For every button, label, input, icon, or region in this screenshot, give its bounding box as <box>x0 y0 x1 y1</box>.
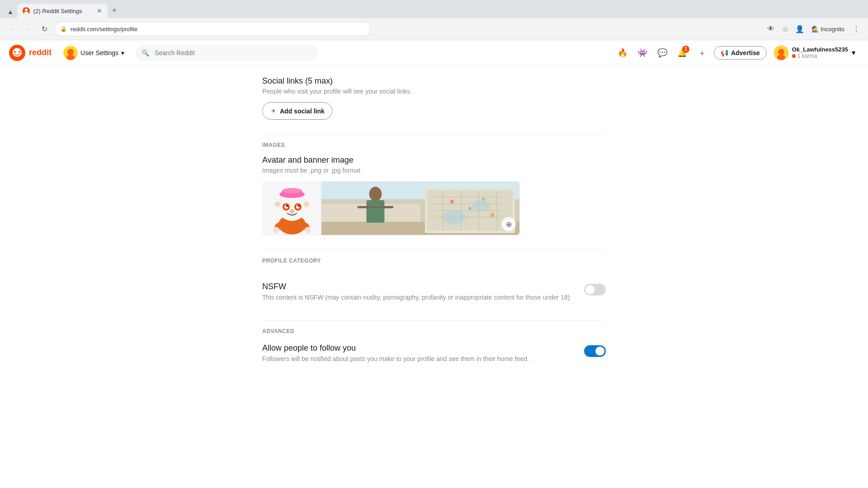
svg-point-6 <box>19 51 20 53</box>
new-tab-button[interactable]: + <box>108 3 122 18</box>
incognito-label: Incognito <box>821 26 844 33</box>
svg-point-20 <box>282 188 302 193</box>
svg-point-54 <box>469 207 472 210</box>
banner-add-button[interactable]: ⊕ <box>501 217 516 231</box>
user-info[interactable]: Ok_Lawfulness5235 1 karma ▾ <box>770 44 859 62</box>
forward-button[interactable]: → <box>22 23 34 35</box>
add-social-link-button[interactable]: ＋ Add social link <box>262 102 332 120</box>
add-post-button[interactable]: ＋ <box>694 45 710 61</box>
avatar-banner-title: Avatar and banner image <box>262 155 606 165</box>
svg-point-11 <box>66 55 75 60</box>
user-avatar <box>774 46 788 60</box>
search-bar: 🔍 <box>136 45 317 61</box>
allow-follow-desc: Followers will be notified about posts y… <box>262 355 573 364</box>
svg-point-14 <box>777 55 785 60</box>
user-settings-dropdown[interactable]: User Settings ▾ <box>59 43 129 63</box>
user-settings-chevron: ▾ <box>121 49 124 56</box>
tab-title: (2) Reddit Settings <box>33 8 93 14</box>
chat-icon: 💬 <box>657 48 667 58</box>
svg-point-25 <box>286 205 288 207</box>
address-bar[interactable]: 🔒 reddit.com/settings/profile <box>54 22 371 36</box>
images-section-label: IMAGES <box>262 142 606 148</box>
notification-badge: 2 <box>682 46 689 53</box>
advanced-label: ADVANCED <box>262 328 606 334</box>
chat-icon-button[interactable]: 💬 <box>654 45 670 61</box>
svg-point-30 <box>275 202 280 207</box>
url-text: reddit.com/settings/profile <box>71 26 365 33</box>
advertise-button[interactable]: 📢 Advertise <box>714 46 767 60</box>
incognito-icon: 🕵 <box>811 26 819 33</box>
reload-button[interactable]: ↻ <box>38 23 51 35</box>
user-settings-avatar <box>63 46 78 60</box>
karma-dot <box>792 54 796 58</box>
tab-close-button[interactable]: ✕ <box>97 7 102 14</box>
svg-point-34 <box>273 227 279 233</box>
bookmark-icon[interactable]: ☆ <box>779 23 792 35</box>
social-links-section: Social links (5 max) People who visit yo… <box>262 76 606 120</box>
nsfw-section: NSFW This content is NSFW (may contain n… <box>262 278 606 306</box>
allow-follow-title: Allow people to follow you <box>262 343 573 353</box>
banner-wrapper[interactable]: ⊕ <box>321 181 520 235</box>
nsfw-toggle-slider <box>584 284 606 296</box>
allow-follow-toggle-slider <box>584 345 606 357</box>
banner-image-container: ⊕ <box>321 182 519 235</box>
svg-point-56 <box>491 213 494 217</box>
svg-point-31 <box>304 202 309 207</box>
snoo-icon-button[interactable]: 👾 <box>634 45 651 61</box>
search-bar-wrapper: 🔍 <box>136 45 317 61</box>
avatar-banner-block: Avatar and banner image Images must be .… <box>262 155 606 235</box>
user-settings-label: User Settings <box>80 49 118 56</box>
nsfw-desc: This content is NSFW (may contain nudity… <box>262 293 573 302</box>
search-icon: 🔍 <box>142 49 149 56</box>
user-details: Ok_Lawfulness5235 1 karma <box>792 46 848 59</box>
svg-point-26 <box>298 205 300 207</box>
browser-chrome: ▲ (2) Reddit Settings ✕ + ← → ↻ 🔒 reddit… <box>0 0 868 40</box>
svg-point-10 <box>67 49 74 55</box>
svg-point-58 <box>472 201 490 211</box>
user-dropdown-chevron: ▾ <box>852 48 855 57</box>
incognito-badge: 🕵 Incognito <box>808 24 848 34</box>
svg-point-40 <box>369 187 382 201</box>
advanced-section: ADVANCED Allow people to follow you Foll… <box>262 328 606 367</box>
back-button[interactable]: ← <box>5 23 18 35</box>
svg-rect-41 <box>367 200 385 223</box>
popular-icon-button[interactable]: 🔥 <box>614 45 631 61</box>
divider-images <box>262 134 606 135</box>
avatar-wrapper[interactable] <box>262 181 321 235</box>
social-links-desc: People who visit your profile will see y… <box>262 88 606 95</box>
svg-point-27 <box>290 209 294 214</box>
tab-list-button[interactable]: ▲ <box>4 5 17 18</box>
extension-icon[interactable]: 👁 <box>764 23 777 35</box>
svg-point-13 <box>778 49 784 55</box>
menu-button[interactable]: ⋮ <box>850 23 863 35</box>
nsfw-toggle[interactable] <box>584 284 606 296</box>
reddit-header: reddit User Settings ▾ 🔍 🔥 👾 💬 🔔 2 ＋ <box>0 40 868 66</box>
toolbar-icons: 👁 ☆ 👤 🕵 Incognito ⋮ <box>764 23 863 35</box>
banner-svg <box>321 182 519 235</box>
svg-point-5 <box>14 51 16 53</box>
images-section: IMAGES Avatar and banner image Images mu… <box>262 142 606 235</box>
svg-point-55 <box>482 198 485 201</box>
advertise-label: Advertise <box>731 49 760 56</box>
plus-icon: ＋ <box>698 47 706 58</box>
divider-advanced <box>262 320 606 321</box>
username: Ok_Lawfulness5235 <box>792 46 848 53</box>
add-social-btn-label: Add social link <box>280 108 325 115</box>
notifications-icon-button[interactable]: 🔔 2 <box>674 45 690 61</box>
page-content: Social links (5 max) People who visit yo… <box>253 66 615 378</box>
browser-toolbar: ← → ↻ 🔒 reddit.com/settings/profile 👁 ☆ … <box>0 18 868 40</box>
profile-category-label: PROFILE CATEGORY <box>262 258 606 264</box>
svg-point-1 <box>25 9 28 11</box>
active-tab[interactable]: (2) Reddit Settings ✕ <box>17 4 108 18</box>
avatar-snoo <box>263 182 321 235</box>
banner-add-icon: ⊕ <box>506 220 512 229</box>
header-actions: 🔥 👾 💬 🔔 2 ＋ 📢 Advertise Ok_Lawfulness523… <box>614 44 859 62</box>
social-links-title: Social links (5 max) <box>262 76 606 86</box>
allow-follow-toggle[interactable] <box>584 345 606 357</box>
karma-value: 1 karma <box>797 53 817 59</box>
nsfw-label: NSFW This content is NSFW (may contain n… <box>262 282 584 302</box>
reddit-logo[interactable]: reddit <box>9 45 52 61</box>
search-input[interactable] <box>136 45 317 61</box>
profile-icon[interactable]: 👤 <box>793 23 806 35</box>
avatar-banner-desc: Images must be .png or .jpg format <box>262 167 606 174</box>
